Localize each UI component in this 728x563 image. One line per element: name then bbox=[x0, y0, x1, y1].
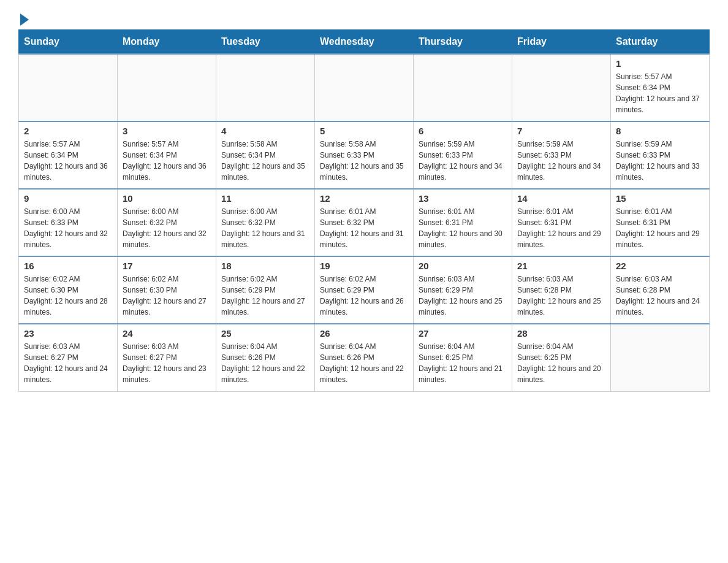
day-number: 9 bbox=[24, 193, 112, 204]
calendar-header-row: SundayMondayTuesdayWednesdayThursdayFrid… bbox=[19, 30, 710, 55]
calendar-cell: 11Sunrise: 6:00 AMSunset: 6:32 PMDayligh… bbox=[216, 189, 315, 256]
calendar-cell: 17Sunrise: 6:02 AMSunset: 6:30 PMDayligh… bbox=[118, 256, 216, 324]
day-of-week-header: Monday bbox=[118, 30, 216, 55]
calendar-cell bbox=[414, 54, 512, 121]
calendar-cell: 13Sunrise: 6:01 AMSunset: 6:31 PMDayligh… bbox=[414, 189, 512, 256]
day-info: Sunrise: 6:00 AMSunset: 6:32 PMDaylight:… bbox=[221, 206, 309, 250]
week-row: 23Sunrise: 6:03 AMSunset: 6:27 PMDayligh… bbox=[19, 324, 710, 391]
day-number: 24 bbox=[123, 328, 211, 339]
day-number: 26 bbox=[320, 328, 408, 339]
calendar-cell: 8Sunrise: 5:59 AMSunset: 6:33 PMDaylight… bbox=[611, 121, 710, 189]
calendar-cell bbox=[512, 54, 611, 121]
day-info: Sunrise: 5:59 AMSunset: 6:33 PMDaylight:… bbox=[419, 139, 507, 183]
day-of-week-header: Friday bbox=[512, 30, 611, 55]
calendar-cell: 14Sunrise: 6:01 AMSunset: 6:31 PMDayligh… bbox=[512, 189, 611, 256]
day-number: 12 bbox=[320, 193, 408, 204]
day-info: Sunrise: 6:01 AMSunset: 6:31 PMDaylight:… bbox=[517, 206, 605, 250]
day-number: 27 bbox=[419, 328, 507, 339]
calendar-cell: 18Sunrise: 6:02 AMSunset: 6:29 PMDayligh… bbox=[216, 256, 315, 324]
day-info: Sunrise: 6:00 AMSunset: 6:33 PMDaylight:… bbox=[24, 206, 112, 250]
day-number: 28 bbox=[517, 328, 605, 339]
day-number: 16 bbox=[24, 261, 112, 271]
day-info: Sunrise: 6:01 AMSunset: 6:32 PMDaylight:… bbox=[320, 206, 408, 250]
calendar-cell: 15Sunrise: 6:01 AMSunset: 6:31 PMDayligh… bbox=[611, 189, 710, 256]
day-number: 17 bbox=[123, 261, 211, 271]
week-row: 16Sunrise: 6:02 AMSunset: 6:30 PMDayligh… bbox=[19, 256, 710, 324]
day-number: 8 bbox=[616, 126, 704, 136]
logo-arrow-icon bbox=[20, 13, 29, 26]
calendar-cell: 1Sunrise: 5:57 AMSunset: 6:34 PMDaylight… bbox=[611, 54, 710, 121]
calendar-cell: 5Sunrise: 5:58 AMSunset: 6:33 PMDaylight… bbox=[315, 121, 414, 189]
day-info: Sunrise: 5:57 AMSunset: 6:34 PMDaylight:… bbox=[123, 139, 211, 183]
calendar-cell: 16Sunrise: 6:02 AMSunset: 6:30 PMDayligh… bbox=[19, 256, 118, 324]
day-number: 19 bbox=[320, 261, 408, 271]
day-number: 11 bbox=[221, 193, 309, 204]
calendar-cell: 6Sunrise: 5:59 AMSunset: 6:33 PMDaylight… bbox=[414, 121, 512, 189]
calendar-cell: 12Sunrise: 6:01 AMSunset: 6:32 PMDayligh… bbox=[315, 189, 414, 256]
day-info: Sunrise: 5:59 AMSunset: 6:33 PMDaylight:… bbox=[517, 139, 605, 183]
day-info: Sunrise: 6:04 AMSunset: 6:25 PMDaylight:… bbox=[419, 341, 507, 385]
calendar-cell: 7Sunrise: 5:59 AMSunset: 6:33 PMDaylight… bbox=[512, 121, 611, 189]
day-number: 14 bbox=[517, 193, 605, 204]
day-number: 4 bbox=[221, 126, 309, 136]
calendar-cell: 3Sunrise: 5:57 AMSunset: 6:34 PMDaylight… bbox=[118, 121, 216, 189]
calendar-cell: 25Sunrise: 6:04 AMSunset: 6:26 PMDayligh… bbox=[216, 324, 315, 391]
day-of-week-header: Sunday bbox=[19, 30, 118, 55]
day-info: Sunrise: 6:04 AMSunset: 6:26 PMDaylight:… bbox=[221, 341, 309, 385]
day-info: Sunrise: 6:02 AMSunset: 6:30 PMDaylight:… bbox=[24, 274, 112, 318]
calendar-cell: 19Sunrise: 6:02 AMSunset: 6:29 PMDayligh… bbox=[315, 256, 414, 324]
calendar-cell bbox=[315, 54, 414, 121]
calendar-cell: 2Sunrise: 5:57 AMSunset: 6:34 PMDaylight… bbox=[19, 121, 118, 189]
calendar-cell: 10Sunrise: 6:00 AMSunset: 6:32 PMDayligh… bbox=[118, 189, 216, 256]
day-number: 23 bbox=[24, 328, 112, 339]
calendar-cell: 27Sunrise: 6:04 AMSunset: 6:25 PMDayligh… bbox=[414, 324, 512, 391]
calendar-cell: 9Sunrise: 6:00 AMSunset: 6:33 PMDaylight… bbox=[19, 189, 118, 256]
calendar-cell: 26Sunrise: 6:04 AMSunset: 6:26 PMDayligh… bbox=[315, 324, 414, 391]
day-info: Sunrise: 6:03 AMSunset: 6:27 PMDaylight:… bbox=[24, 341, 112, 385]
day-of-week-header: Saturday bbox=[611, 30, 710, 55]
calendar-cell: 22Sunrise: 6:03 AMSunset: 6:28 PMDayligh… bbox=[611, 256, 710, 324]
week-row: 2Sunrise: 5:57 AMSunset: 6:34 PMDaylight… bbox=[19, 121, 710, 189]
calendar-cell: 24Sunrise: 6:03 AMSunset: 6:27 PMDayligh… bbox=[118, 324, 216, 391]
day-number: 22 bbox=[616, 261, 704, 271]
day-info: Sunrise: 6:00 AMSunset: 6:32 PMDaylight:… bbox=[123, 206, 211, 250]
day-number: 3 bbox=[123, 126, 211, 136]
day-info: Sunrise: 5:58 AMSunset: 6:33 PMDaylight:… bbox=[320, 139, 408, 183]
calendar-table: SundayMondayTuesdayWednesdayThursdayFrid… bbox=[18, 29, 710, 392]
day-info: Sunrise: 5:57 AMSunset: 6:34 PMDaylight:… bbox=[24, 139, 112, 183]
day-number: 6 bbox=[419, 126, 507, 136]
day-number: 20 bbox=[419, 261, 507, 271]
day-info: Sunrise: 6:02 AMSunset: 6:29 PMDaylight:… bbox=[320, 274, 408, 318]
day-info: Sunrise: 6:03 AMSunset: 6:29 PMDaylight:… bbox=[419, 274, 507, 318]
day-info: Sunrise: 6:03 AMSunset: 6:27 PMDaylight:… bbox=[123, 341, 211, 385]
day-info: Sunrise: 5:58 AMSunset: 6:34 PMDaylight:… bbox=[221, 139, 309, 183]
day-info: Sunrise: 6:04 AMSunset: 6:25 PMDaylight:… bbox=[517, 341, 605, 385]
day-number: 5 bbox=[320, 126, 408, 136]
day-of-week-header: Tuesday bbox=[216, 30, 315, 55]
day-number: 25 bbox=[221, 328, 309, 339]
calendar-cell: 28Sunrise: 6:04 AMSunset: 6:25 PMDayligh… bbox=[512, 324, 611, 391]
calendar-cell: 21Sunrise: 6:03 AMSunset: 6:28 PMDayligh… bbox=[512, 256, 611, 324]
day-number: 7 bbox=[517, 126, 605, 136]
day-info: Sunrise: 6:01 AMSunset: 6:31 PMDaylight:… bbox=[616, 206, 704, 250]
day-number: 15 bbox=[616, 193, 704, 204]
calendar-cell: 23Sunrise: 6:03 AMSunset: 6:27 PMDayligh… bbox=[19, 324, 118, 391]
calendar-cell bbox=[611, 324, 710, 391]
day-number: 2 bbox=[24, 126, 112, 136]
calendar-cell: 20Sunrise: 6:03 AMSunset: 6:29 PMDayligh… bbox=[414, 256, 512, 324]
day-info: Sunrise: 6:02 AMSunset: 6:29 PMDaylight:… bbox=[221, 274, 309, 318]
calendar-cell bbox=[216, 54, 315, 121]
day-number: 13 bbox=[419, 193, 507, 204]
day-info: Sunrise: 6:04 AMSunset: 6:26 PMDaylight:… bbox=[320, 341, 408, 385]
day-number: 21 bbox=[517, 261, 605, 271]
day-info: Sunrise: 5:57 AMSunset: 6:34 PMDaylight:… bbox=[616, 71, 704, 115]
day-of-week-header: Wednesday bbox=[315, 30, 414, 55]
day-number: 10 bbox=[123, 193, 211, 204]
day-info: Sunrise: 6:02 AMSunset: 6:30 PMDaylight:… bbox=[123, 274, 211, 318]
logo bbox=[18, 12, 29, 23]
week-row: 9Sunrise: 6:00 AMSunset: 6:33 PMDaylight… bbox=[19, 189, 710, 256]
day-info: Sunrise: 5:59 AMSunset: 6:33 PMDaylight:… bbox=[616, 139, 704, 183]
page-header bbox=[18, 12, 710, 23]
calendar-cell bbox=[118, 54, 216, 121]
week-row: 1Sunrise: 5:57 AMSunset: 6:34 PMDaylight… bbox=[19, 54, 710, 121]
